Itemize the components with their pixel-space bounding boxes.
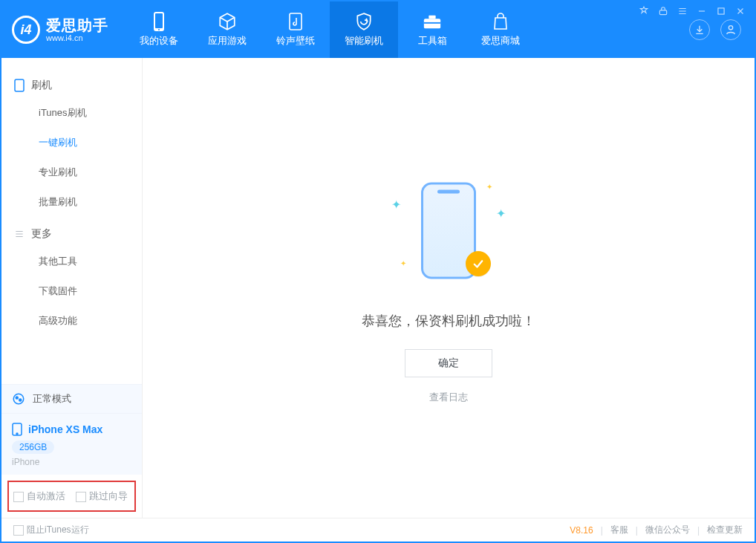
menu-icon[interactable] xyxy=(677,6,688,16)
svg-rect-1 xyxy=(718,8,724,14)
nav-label: 应用游戏 xyxy=(208,34,247,48)
skip-guide-label: 跳过向导 xyxy=(89,490,128,501)
svg-rect-5 xyxy=(290,13,302,30)
ok-button[interactable]: 确定 xyxy=(405,349,492,377)
nav-label: 我的设备 xyxy=(140,34,178,48)
separator: | xyxy=(636,525,638,536)
app-name: 爱思助手 xyxy=(46,17,108,33)
toolbox-icon xyxy=(423,12,442,31)
nav-ringtones-wallpapers[interactable]: 铃声壁纸 xyxy=(261,1,330,58)
sparkle-icon: ✦ xyxy=(496,207,506,221)
header-right xyxy=(689,19,755,40)
nav-smart-flash[interactable]: 智能刷机 xyxy=(330,1,398,58)
cube-icon xyxy=(218,12,237,31)
minimize-icon[interactable] xyxy=(697,6,707,16)
separator: | xyxy=(601,525,603,536)
svg-point-13 xyxy=(19,399,22,401)
sidebar-group-flash: 刷机 iTunes刷机 一键刷机 专业刷机 批量刷机 xyxy=(1,68,142,217)
main-content: ✦ ✦ ✦ ✦ 恭喜您，保资料刷机成功啦！ 确定 查看日志 xyxy=(143,58,755,518)
app-body: 刷机 iTunes刷机 一键刷机 专业刷机 批量刷机 更多 其他工具 下载固件 … xyxy=(1,58,755,518)
app-url: www.i4.cn xyxy=(46,33,108,42)
svg-point-11 xyxy=(13,394,24,404)
main-nav: 我的设备 应用游戏 铃声壁纸 智能刷机 工具箱 xyxy=(125,1,535,58)
sidebar-item-other-tools[interactable]: 其他工具 xyxy=(1,247,142,276)
sidebar-item-itunes-flash[interactable]: iTunes刷机 xyxy=(1,98,142,128)
lock-icon[interactable] xyxy=(658,6,668,16)
version-label: V8.16 xyxy=(570,525,593,536)
mode-icon xyxy=(12,392,25,406)
sidebar-group-header[interactable]: 刷机 xyxy=(1,73,142,98)
sidebar-group-more: 更多 其他工具 下载固件 高级功能 xyxy=(1,217,142,336)
sidebar-item-download-firmware[interactable]: 下载固件 xyxy=(1,276,142,306)
block-itunes-label: 阻止iTunes运行 xyxy=(27,524,89,535)
svg-rect-8 xyxy=(424,22,440,24)
success-badge-icon xyxy=(466,251,491,276)
wechat-link[interactable]: 微信公众号 xyxy=(645,524,690,536)
device-box[interactable]: iPhone XS Max 256GB iPhone xyxy=(1,414,142,475)
close-icon[interactable] xyxy=(735,6,746,16)
success-headline: 恭喜您，保资料刷机成功啦！ xyxy=(362,312,535,330)
svg-point-9 xyxy=(729,26,732,30)
app-logo: i4 爱思助手 www.i4.cn xyxy=(12,16,108,44)
device-type: iPhone xyxy=(12,457,131,467)
checkbox-icon xyxy=(76,492,86,502)
support-link[interactable]: 客服 xyxy=(610,524,628,536)
sparkle-icon: ✦ xyxy=(391,198,401,212)
maximize-icon[interactable] xyxy=(716,6,726,16)
block-itunes-checkbox[interactable]: 阻止iTunes运行 xyxy=(13,524,89,536)
svg-rect-10 xyxy=(15,79,24,91)
check-update-link[interactable]: 检查更新 xyxy=(707,524,743,536)
mode-label: 正常模式 xyxy=(33,392,71,406)
sidebar-group-header[interactable]: 更多 xyxy=(1,221,142,247)
svg-rect-3 xyxy=(155,13,163,28)
checkbox-icon xyxy=(13,492,24,502)
sidebar-group-title: 刷机 xyxy=(31,79,52,92)
nav-apps-games[interactable]: 应用游戏 xyxy=(193,1,261,58)
svg-point-15 xyxy=(16,433,18,435)
sidebar-group-title: 更多 xyxy=(31,227,52,241)
status-bar: 阻止iTunes运行 V8.16 | 客服 | 微信公众号 | 检查更新 xyxy=(1,518,755,542)
skip-guide-checkbox[interactable]: 跳过向导 xyxy=(76,490,128,503)
sparkle-icon: ✦ xyxy=(400,259,406,267)
sidebar-item-oneclick-flash[interactable]: 一键刷机 xyxy=(1,128,142,157)
phone-icon xyxy=(12,423,22,436)
music-file-icon xyxy=(286,12,305,31)
sparkle-icon: ✦ xyxy=(486,183,492,191)
svg-rect-7 xyxy=(428,16,435,19)
account-button[interactable] xyxy=(720,19,741,40)
window-controls-row xyxy=(639,6,746,16)
view-log-link[interactable]: 查看日志 xyxy=(362,391,535,404)
svg-point-4 xyxy=(158,29,160,30)
nav-store[interactable]: 爱思商城 xyxy=(466,1,535,58)
shield-refresh-icon xyxy=(354,12,374,31)
device-name: iPhone XS Max xyxy=(28,423,102,435)
sidebar-item-batch-flash[interactable]: 批量刷机 xyxy=(1,187,142,217)
sidebar-item-advanced[interactable]: 高级功能 xyxy=(1,306,142,336)
theme-icon[interactable] xyxy=(639,6,649,16)
sidebar: 刷机 iTunes刷机 一键刷机 专业刷机 批量刷机 更多 其他工具 下载固件 … xyxy=(1,58,143,518)
nav-my-device[interactable]: 我的设备 xyxy=(125,1,193,58)
bag-icon xyxy=(491,12,510,31)
auto-activate-label: 自动激活 xyxy=(27,490,65,501)
sidebar-bottom: 正常模式 iPhone XS Max 256GB iPhone 自动激活 跳过向… xyxy=(1,384,142,518)
device-capacity: 256GB xyxy=(12,440,54,454)
device-icon xyxy=(13,79,25,91)
bottom-options-highlight: 自动激活 跳过向导 xyxy=(7,481,136,512)
nav-toolbox[interactable]: 工具箱 xyxy=(398,1,466,58)
mode-box[interactable]: 正常模式 xyxy=(1,384,142,414)
phone-icon xyxy=(149,12,169,31)
list-icon xyxy=(13,228,25,240)
nav-label: 工具箱 xyxy=(418,34,447,48)
nav-label: 智能刷机 xyxy=(345,34,383,48)
sidebar-item-pro-flash[interactable]: 专业刷机 xyxy=(1,157,142,187)
nav-label: 爱思商城 xyxy=(481,34,520,48)
svg-rect-0 xyxy=(659,10,666,15)
nav-label: 铃声壁纸 xyxy=(276,34,315,48)
auto-activate-checkbox[interactable]: 自动激活 xyxy=(13,490,65,503)
success-illustration: ✦ ✦ ✦ ✦ xyxy=(385,172,512,299)
downloads-button[interactable] xyxy=(689,19,710,40)
separator: | xyxy=(697,525,700,536)
svg-point-12 xyxy=(16,397,18,399)
logo-icon: i4 xyxy=(12,16,40,44)
checkbox-icon xyxy=(13,525,24,536)
